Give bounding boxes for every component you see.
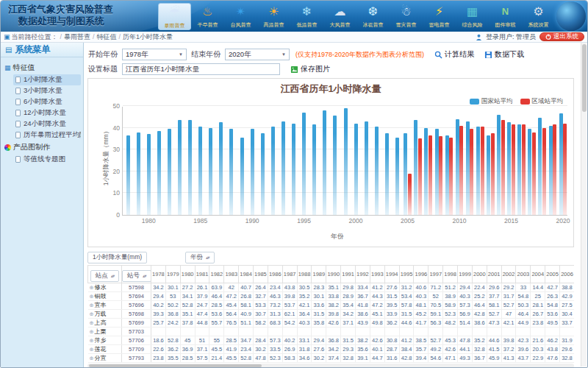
calc-result-button[interactable]: 计算结果 [434, 49, 474, 60]
value-cell: 23.8 [151, 354, 166, 363]
year-column-header[interactable]: 1992 [356, 266, 370, 283]
station-name-cell[interactable]: ⊕萍乡 [88, 336, 122, 345]
breadcrumb-separator: / [93, 33, 95, 40]
document-icon [15, 77, 21, 83]
save-image-button[interactable]: 保存图片 [290, 64, 330, 74]
value-cell: 41.7 [414, 319, 429, 328]
station-name-cell[interactable]: ⊕修水 [88, 283, 122, 292]
year-column-header[interactable]: 1990 [326, 266, 341, 283]
year-column-header[interactable]: 1998 [443, 266, 458, 283]
expander-icon[interactable]: ⊕ [90, 320, 94, 325]
station-name-cell[interactable]: ⊕分宜 [88, 354, 122, 363]
nav-item-图件审核[interactable]: N图件审核 [489, 3, 522, 30]
value-cell [501, 328, 516, 336]
year-column-header[interactable]: 1980 [180, 266, 195, 283]
year-column-header[interactable]: 1994 [384, 266, 399, 283]
nav-item-高温普查[interactable]: ☀高温普查 [257, 3, 290, 30]
year-column-header[interactable]: 1991 [341, 266, 356, 283]
value-cell: 53.4 [399, 292, 414, 301]
year-column-header[interactable]: 1999 [458, 266, 473, 283]
station-column-header[interactable]: 站点▴▾ [88, 266, 122, 283]
expander-icon[interactable]: ⊕ [90, 311, 94, 316]
chart-title-input[interactable] [122, 63, 280, 75]
year-column-header[interactable]: 2005 [545, 266, 560, 283]
sidebar-group-特征值[interactable]: ▦特征值 [3, 61, 81, 74]
nav-item-系统设置[interactable]: ⚙系统设置 [522, 3, 555, 30]
nav-item-大风普查[interactable]: ☁大风普查 [323, 3, 356, 30]
year-column-header[interactable]: 1995 [399, 266, 414, 283]
year-column-header[interactable]: 1984 [239, 266, 254, 283]
end-year-select[interactable]: 2020年 ▼ [225, 49, 290, 60]
nav-item-干旱普查[interactable]: ♨干旱普查 [191, 3, 224, 30]
sidebar-item-等值线专题图[interactable]: 等值线专题图 [13, 154, 81, 165]
nav-item-台风普查[interactable]: ✴台风普查 [224, 3, 257, 30]
year-column-header[interactable]: 1996 [414, 266, 429, 283]
year-column-header[interactable]: 1983 [224, 266, 239, 283]
station-name-cell[interactable]: ⊕上高 [88, 319, 122, 328]
sidebar-group-产品图制作[interactable]: 产品图制作 [3, 141, 81, 154]
expander-icon[interactable]: ⊕ [90, 285, 94, 290]
range-note: (仅支持1978-2020年数据作为图表分析范围) [295, 50, 424, 60]
sort-box[interactable]: 站点▴▾ [90, 270, 120, 282]
breadcrumb-item[interactable]: 历年1小时降水量 [123, 33, 173, 40]
sidebar-item-历年暴雨过程平均降水量[interactable]: 历年暴雨过程平均降水量 [13, 130, 81, 141]
year-column-header[interactable]: 2003 [516, 266, 531, 283]
nav-item-雷电普查[interactable]: ⚡雷电普查 [423, 3, 456, 30]
horizontal-scrollbar-thumb[interactable] [89, 364, 262, 367]
year-column-header[interactable]: 1982 [209, 266, 224, 283]
vertical-scrollbar-thumb[interactable] [582, 44, 587, 112]
station-name-cell[interactable]: ⊕宜丰 [88, 301, 122, 310]
year-column-header[interactable]: 2002 [501, 266, 516, 283]
expander-icon[interactable]: ⊕ [90, 294, 94, 299]
sidebar-item-3小时降水量[interactable]: 3小时降水量 [13, 85, 81, 96]
table-year-filter[interactable]: 年份 ▴▾ [185, 252, 215, 263]
year-column-header[interactable]: 2006 [560, 266, 574, 283]
year-column-header[interactable]: 1989 [312, 266, 326, 283]
year-column-header[interactable]: 2004 [531, 266, 545, 283]
year-column-header[interactable]: 1993 [370, 266, 384, 283]
expander-icon[interactable]: ⊕ [90, 355, 94, 361]
station-name-cell[interactable]: ⊕铜鼓 [88, 292, 122, 301]
vertical-scrollbar[interactable] [581, 43, 587, 367]
nav-item-雪灾普查[interactable]: ☃雪灾普查 [390, 3, 423, 30]
year-column-header[interactable]: 1979 [165, 266, 180, 283]
nav-item-冰雹普查[interactable]: ❆冰雹普查 [356, 3, 390, 30]
table-metric-filter[interactable]: 1小时降水量(mm) [87, 252, 147, 263]
nav-item-暴雨普查[interactable]: ☔暴雨普查 [158, 3, 191, 30]
station-id-column-header[interactable]: 站号▴▾ [122, 266, 151, 283]
sort-box[interactable]: 站号▴▾ [122, 270, 151, 282]
station-name-cell[interactable]: ⊕万载 [88, 310, 122, 319]
year-column-header[interactable]: 1978 [151, 266, 166, 283]
logout-button[interactable]: 退出系统 [539, 32, 584, 41]
value-cell: 40.7 [239, 283, 254, 292]
station-name-cell[interactable]: ⊕上栗 [88, 328, 122, 336]
nav-item-label: 系统设置 [528, 21, 549, 29]
start-year-select[interactable]: 1978年 ▼ [122, 49, 187, 60]
value-cell: 23.8 [531, 319, 545, 328]
expander-icon[interactable]: ⊕ [90, 302, 94, 308]
nav-item-综合风险[interactable]: ▦综合风险 [456, 3, 489, 30]
data-download-button[interactable]: 数据下载 [484, 49, 524, 60]
year-column-header[interactable]: 2001 [487, 266, 501, 283]
year-column-header[interactable]: 1997 [429, 266, 443, 283]
year-column-header[interactable]: 2000 [472, 266, 487, 283]
sidebar-item-12小时降水量[interactable]: 12小时降水量 [13, 107, 81, 118]
year-column-header[interactable]: 1988 [297, 266, 312, 283]
value-cell: 41.5 [487, 345, 501, 354]
horizontal-scrollbar[interactable] [87, 364, 574, 368]
station-name-cell[interactable]: ⊕莲花 [88, 345, 122, 354]
year-column-header[interactable]: 1987 [282, 266, 297, 283]
breadcrumb-item[interactable]: 暴雨普查 [64, 33, 90, 40]
expander-icon[interactable]: ⊕ [90, 347, 94, 352]
expander-icon[interactable]: ⊕ [90, 338, 94, 343]
year-column-header[interactable]: 1986 [268, 266, 282, 283]
year-column-header[interactable]: 1981 [195, 266, 209, 283]
expander-icon[interactable]: ⊕ [90, 329, 94, 334]
value-cell: 30.7 [254, 310, 268, 319]
sidebar-item-24小时降水量[interactable]: 24小时降水量 [13, 118, 81, 130]
year-column-header[interactable]: 1985 [254, 266, 268, 283]
nav-item-低温普查[interactable]: ❄低温普查 [290, 3, 323, 30]
sidebar-item-6小时降水量[interactable]: 6小时降水量 [13, 96, 81, 107]
sidebar-item-1小时降水量[interactable]: 1小时降水量 [13, 74, 81, 85]
breadcrumb-item[interactable]: 特征值 [97, 33, 117, 40]
